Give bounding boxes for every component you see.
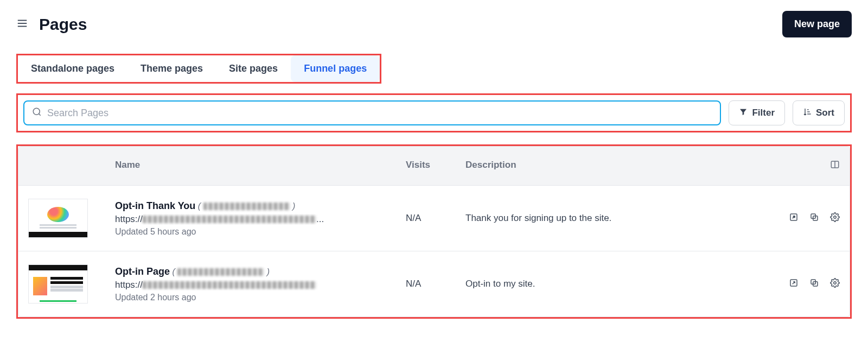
sort-button[interactable]: Sort bbox=[793, 100, 845, 125]
col-header-visits[interactable]: Visits bbox=[406, 160, 465, 172]
redacted-text bbox=[177, 268, 264, 276]
header-row: Pages New page bbox=[16, 11, 852, 37]
pages-table: Name Visits Description Opt-in Thank You bbox=[18, 146, 850, 317]
col-header-name[interactable]: Name bbox=[115, 160, 406, 172]
row-actions bbox=[758, 212, 840, 224]
redacted-text bbox=[203, 203, 290, 210]
header-left: Pages bbox=[16, 15, 87, 34]
row-name-cell: Opt-in Thank You ( ) https://... Updated… bbox=[115, 200, 406, 237]
row-thumbnail bbox=[28, 264, 115, 304]
tab-theme-pages[interactable]: Theme pages bbox=[127, 55, 216, 82]
redacted-url bbox=[143, 281, 316, 289]
row-updated: Updated 2 hours ago bbox=[115, 293, 406, 302]
row-url: https://... bbox=[115, 214, 406, 225]
tab-site-pages[interactable]: Site pages bbox=[216, 55, 291, 82]
gear-icon[interactable] bbox=[830, 212, 840, 224]
row-title: Opt-in Thank You bbox=[115, 200, 195, 211]
row-actions bbox=[758, 278, 840, 290]
filter-label: Filter bbox=[752, 108, 775, 118]
row-name-cell: Opt-in Page ( ) https:// Updated 2 hours… bbox=[115, 266, 406, 302]
tab-funnel-pages[interactable]: Funnel pages bbox=[291, 55, 380, 82]
copy-icon[interactable] bbox=[809, 212, 819, 224]
controls-highlight-box: Filter Sort bbox=[16, 93, 852, 132]
open-external-icon[interactable] bbox=[789, 278, 799, 290]
row-thumbnail bbox=[28, 199, 115, 238]
new-page-button[interactable]: New page bbox=[782, 11, 852, 37]
svg-point-13 bbox=[834, 216, 837, 219]
col-header-description[interactable]: Description bbox=[465, 160, 758, 172]
search-box[interactable] bbox=[23, 100, 721, 125]
menu-icon[interactable] bbox=[16, 17, 28, 31]
table-row[interactable]: Opt-in Thank You ( ) https://... Updated… bbox=[18, 186, 850, 251]
redacted-url bbox=[143, 216, 316, 223]
tabs-container: Standalone pages Theme pages Site pages … bbox=[18, 55, 380, 82]
columns-icon[interactable] bbox=[830, 160, 840, 172]
row-visits: N/A bbox=[406, 213, 465, 224]
row-subtitle: ( ) bbox=[198, 201, 296, 211]
col-header-actions bbox=[758, 160, 840, 172]
svg-point-3 bbox=[33, 108, 40, 115]
tabs-highlight-box: Standalone pages Theme pages Site pages … bbox=[16, 54, 381, 84]
filter-button[interactable]: Filter bbox=[729, 100, 785, 125]
controls-row: Filter Sort bbox=[23, 100, 845, 125]
row-title: Opt-in Page bbox=[115, 266, 170, 277]
copy-icon[interactable] bbox=[809, 278, 819, 290]
col-header-thumb bbox=[28, 160, 115, 172]
row-updated: Updated 5 hours ago bbox=[115, 227, 406, 237]
row-description: Thank you for signing up to the site. bbox=[465, 213, 758, 224]
row-description: Opt-in to my site. bbox=[465, 279, 758, 289]
table-header: Name Visits Description bbox=[18, 147, 850, 186]
sort-label: Sort bbox=[816, 108, 834, 118]
search-input[interactable] bbox=[47, 108, 712, 119]
tab-standalone-pages[interactable]: Standalone pages bbox=[18, 55, 127, 82]
table-row[interactable]: Opt-in Page ( ) https:// Updated 2 hours… bbox=[18, 251, 850, 317]
page-title: Pages bbox=[39, 15, 87, 34]
search-icon bbox=[32, 107, 42, 119]
sort-icon bbox=[803, 108, 812, 119]
table-highlight-box: Name Visits Description Opt-in Thank You bbox=[16, 144, 852, 319]
row-url: https:// bbox=[115, 280, 406, 290]
row-subtitle: ( ) bbox=[172, 267, 270, 276]
svg-point-17 bbox=[834, 282, 837, 285]
gear-icon[interactable] bbox=[830, 278, 840, 290]
svg-line-4 bbox=[39, 113, 40, 115]
row-visits: N/A bbox=[406, 279, 465, 289]
open-external-icon[interactable] bbox=[789, 212, 799, 224]
filter-icon bbox=[739, 108, 748, 119]
